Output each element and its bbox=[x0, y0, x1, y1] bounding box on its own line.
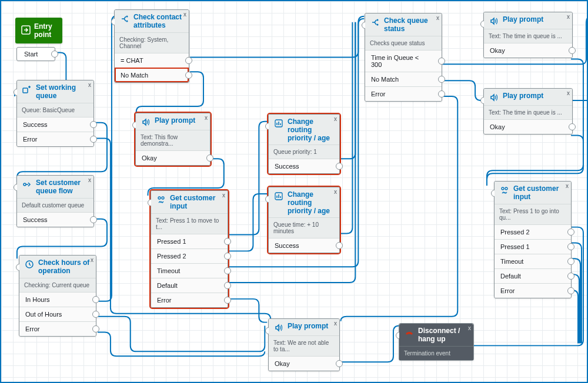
port-out[interactable] bbox=[224, 238, 231, 245]
speaker-icon bbox=[273, 322, 284, 333]
branch-okay[interactable]: Okay bbox=[484, 119, 572, 134]
close-icon[interactable]: x bbox=[222, 192, 225, 199]
node-play-prompt-flow-demo[interactable]: Play prompt x Text: This flow demonstra.… bbox=[135, 113, 211, 166]
branch-error[interactable]: Error bbox=[19, 321, 96, 336]
branch-success[interactable]: Success bbox=[269, 159, 339, 173]
branch-in-hours[interactable]: In Hours bbox=[19, 292, 96, 307]
branch-error[interactable]: Error bbox=[17, 132, 93, 146]
close-icon[interactable]: x bbox=[567, 90, 570, 96]
node-set-customer-queue-flow[interactable]: Set customer queue flow x Default custom… bbox=[16, 175, 94, 227]
branch-success[interactable]: Success bbox=[17, 117, 93, 132]
node-check-queue-status[interactable]: Check queue status x Checks queue status… bbox=[365, 13, 442, 102]
node-subtitle: Queue priority: 1 bbox=[269, 145, 339, 159]
port-out[interactable] bbox=[185, 57, 192, 64]
close-icon[interactable]: x bbox=[183, 11, 186, 18]
close-icon[interactable]: x bbox=[88, 177, 91, 183]
branch-no-match[interactable]: No Match bbox=[365, 72, 442, 86]
port-out[interactable] bbox=[438, 58, 445, 65]
node-subtitle: Checking: System, Channel bbox=[115, 32, 189, 53]
port-out[interactable] bbox=[567, 287, 574, 294]
port-out[interactable] bbox=[185, 72, 192, 79]
port-out[interactable] bbox=[90, 216, 97, 223]
branch-success[interactable]: Success bbox=[17, 212, 93, 227]
port-out[interactable] bbox=[336, 163, 343, 170]
port-out[interactable] bbox=[567, 258, 574, 265]
branch-default[interactable]: Default bbox=[151, 278, 228, 293]
node-subtitle: Text: This flow demonstra... bbox=[136, 130, 210, 150]
port-out[interactable] bbox=[224, 267, 231, 274]
node-title: Check queue status bbox=[384, 17, 437, 33]
branch-okay[interactable]: Okay bbox=[269, 356, 339, 371]
close-icon[interactable]: x bbox=[91, 257, 93, 263]
node-disconnect[interactable]: Disconnect / hang up x Termination event bbox=[399, 323, 474, 361]
port-out[interactable] bbox=[224, 297, 231, 304]
node-change-routing-priority[interactable]: Change routing priority / age x Queue pr… bbox=[268, 114, 340, 174]
port-out[interactable] bbox=[336, 360, 343, 367]
branch-success[interactable]: Success bbox=[269, 238, 339, 253]
node-play-prompt-not-able[interactable]: Play prompt x Text: We are not able to t… bbox=[268, 318, 340, 371]
port-out[interactable] bbox=[90, 121, 97, 128]
port-out[interactable] bbox=[438, 76, 445, 83]
port-out[interactable] bbox=[51, 51, 58, 58]
port-out[interactable] bbox=[90, 136, 97, 143]
branch-no-match[interactable]: No Match bbox=[115, 68, 189, 82]
branch-pressed-1[interactable]: Pressed 1 bbox=[151, 234, 228, 248]
branch-timeout[interactable]: Timeout bbox=[151, 263, 228, 278]
node-check-hours[interactable]: Check hours of operation x Checking: Cur… bbox=[19, 255, 96, 337]
port-out[interactable] bbox=[438, 90, 445, 98]
branch-pressed-2[interactable]: Pressed 2 bbox=[495, 224, 571, 239]
node-get-customer-input-2[interactable]: Get customer input x Text: Press 1 to go… bbox=[494, 181, 572, 298]
node-title: Get customer input bbox=[513, 185, 566, 201]
node-play-prompt-time-2[interactable]: Play prompt x Text: The time in queue is… bbox=[483, 88, 573, 135]
node-title: Play prompt bbox=[503, 16, 543, 24]
branch-time-lt-300[interactable]: Time in Queue < 300 bbox=[365, 50, 442, 72]
port-out[interactable] bbox=[224, 253, 231, 260]
node-set-working-queue[interactable]: Set working queue x Queue: BasicQueue Su… bbox=[16, 80, 94, 147]
node-subtitle: Checks queue status bbox=[365, 36, 442, 50]
port-out[interactable] bbox=[92, 325, 99, 332]
close-icon[interactable]: x bbox=[334, 320, 337, 327]
branch-pressed-2[interactable]: Pressed 2 bbox=[151, 248, 228, 263]
port-out[interactable] bbox=[92, 296, 99, 303]
branch-out-of-hours[interactable]: Out of Hours bbox=[19, 307, 96, 321]
port-out[interactable] bbox=[567, 243, 574, 250]
branch-timeout[interactable]: Timeout bbox=[495, 254, 571, 268]
port-out[interactable] bbox=[567, 273, 574, 280]
close-icon[interactable]: x bbox=[334, 116, 337, 122]
close-icon[interactable]: x bbox=[205, 115, 208, 121]
node-title: Check contact attributes bbox=[133, 14, 184, 30]
svg-point-12 bbox=[502, 187, 504, 190]
close-icon[interactable]: x bbox=[566, 183, 569, 189]
svg-point-6 bbox=[158, 197, 161, 199]
port-out[interactable] bbox=[567, 229, 574, 236]
branch-error[interactable]: Error bbox=[495, 283, 571, 298]
start-node[interactable]: Start bbox=[16, 47, 55, 61]
close-icon[interactable]: x bbox=[567, 14, 570, 20]
branch-pressed-1[interactable]: Pressed 1 bbox=[495, 239, 571, 254]
close-icon[interactable]: x bbox=[334, 189, 337, 195]
speaker-icon bbox=[489, 16, 499, 26]
entry-point-block[interactable]: Entry point bbox=[15, 18, 62, 43]
port-out[interactable] bbox=[569, 47, 576, 54]
branch-error[interactable]: Error bbox=[365, 86, 442, 101]
node-check-contact-attributes[interactable]: Check contact attributes x Checking: Sys… bbox=[114, 9, 189, 83]
port-out[interactable] bbox=[569, 123, 576, 130]
port-out[interactable] bbox=[224, 282, 231, 289]
close-icon[interactable]: x bbox=[88, 82, 91, 88]
node-get-customer-input-1[interactable]: Get customer input x Text: Press 1 to mo… bbox=[151, 190, 228, 308]
flow-canvas[interactable]: Entry point Start Set working queue x Qu… bbox=[0, 0, 588, 383]
branch-icon bbox=[119, 14, 130, 24]
node-title: Play prompt bbox=[288, 322, 328, 331]
branch-equals-chat[interactable]: = CHAT bbox=[115, 53, 189, 68]
close-icon[interactable]: x bbox=[436, 15, 439, 21]
branch-okay[interactable]: Okay bbox=[136, 150, 210, 165]
node-play-prompt-time-1[interactable]: Play prompt x Text: The time in queue is… bbox=[483, 12, 573, 58]
node-change-routing-age[interactable]: Change routing priority / age x Queue ti… bbox=[268, 187, 340, 253]
branch-error[interactable]: Error bbox=[151, 293, 228, 307]
port-out[interactable] bbox=[92, 311, 99, 318]
branch-default[interactable]: Default bbox=[495, 268, 571, 283]
port-out[interactable] bbox=[206, 154, 213, 162]
branch-okay[interactable]: Okay bbox=[484, 43, 572, 58]
close-icon[interactable]: x bbox=[468, 325, 471, 331]
port-out[interactable] bbox=[336, 242, 343, 249]
